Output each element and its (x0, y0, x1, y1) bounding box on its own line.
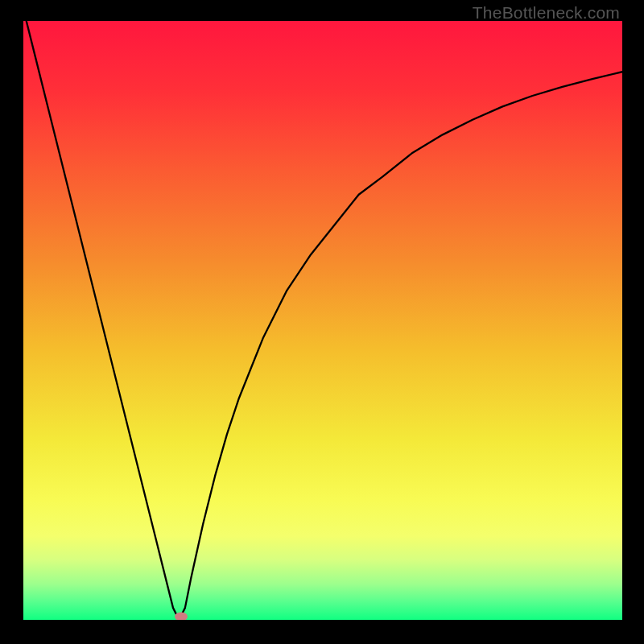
chart-outer: TheBottleneck.com (0, 0, 644, 644)
minimum-marker (175, 613, 188, 620)
curve-line (23, 21, 622, 620)
plot-area (23, 21, 622, 620)
watermark-text: TheBottleneck.com (473, 3, 620, 23)
